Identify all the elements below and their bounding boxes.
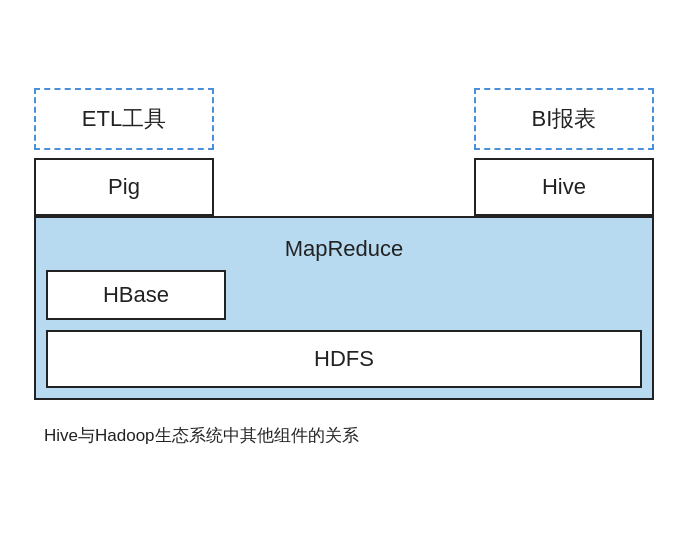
etl-label: ETL工具 xyxy=(82,106,166,131)
hdfs-box: HDFS xyxy=(46,330,642,388)
hbase-label: HBase xyxy=(103,282,169,307)
mapreduce-label: MapReduce xyxy=(46,228,642,266)
pig-box: Pig xyxy=(34,158,214,216)
hive-label: Hive xyxy=(542,174,586,199)
hbase-row: HBase xyxy=(46,270,642,320)
hdfs-row: HDFS xyxy=(46,330,642,388)
hadoop-block: MapReduce HBase HDFS xyxy=(34,216,654,400)
pig-label: Pig xyxy=(108,174,140,199)
etl-box: ETL工具 xyxy=(34,88,214,150)
diagram-container: ETL工具 BI报表 Pig Hive MapReduce HBase HDFS xyxy=(34,88,654,447)
pig-hive-row: Pig Hive xyxy=(34,158,654,216)
caption: Hive与Hadoop生态系统中其他组件的关系 xyxy=(34,424,654,447)
bi-label: BI报表 xyxy=(532,106,597,131)
bi-box: BI报表 xyxy=(474,88,654,150)
hbase-box: HBase xyxy=(46,270,226,320)
top-row: ETL工具 BI报表 xyxy=(34,88,654,150)
hdfs-label: HDFS xyxy=(314,346,374,371)
caption-text: Hive与Hadoop生态系统中其他组件的关系 xyxy=(44,426,359,445)
hive-box: Hive xyxy=(474,158,654,216)
